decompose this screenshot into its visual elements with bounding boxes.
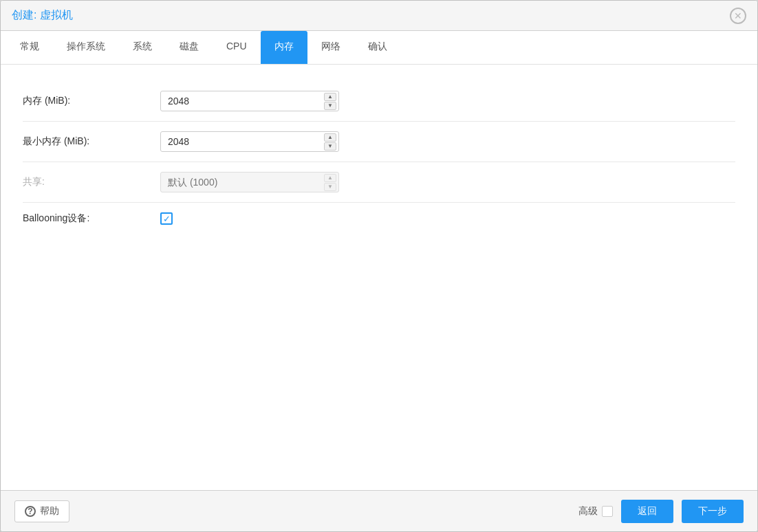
footer-right: 高级 返回 下一步 (578, 500, 744, 523)
memory-arrows: ▲ ▼ (324, 93, 336, 110)
min-memory-input[interactable] (160, 131, 339, 152)
min-memory-up-button[interactable]: ▲ (324, 133, 336, 142)
arrow-up-icon2: ▲ (327, 134, 333, 140)
footer-left: ? 帮助 (14, 500, 69, 522)
min-memory-row: 最小内存 (MiB): ▲ ▼ (23, 122, 735, 162)
close-button[interactable]: ✕ (730, 8, 746, 24)
ballooning-checkbox-area: ✓ (160, 212, 173, 225)
content-area: 内存 (MiB): ▲ ▼ 最小内存 (MiB): (1, 65, 757, 490)
ballooning-row: Ballooning设备: ✓ (23, 203, 735, 234)
arrow-down-icon: ▼ (327, 102, 333, 109)
memory-up-button[interactable]: ▲ (324, 93, 336, 101)
memory-row: 内存 (MiB): ▲ ▼ (23, 81, 735, 122)
title-bar: 创建: 虚拟机 ✕ (1, 1, 757, 31)
shares-input[interactable] (160, 172, 339, 192)
memory-down-button[interactable]: ▼ (324, 102, 336, 110)
min-memory-arrows: ▲ ▼ (324, 133, 336, 151)
advanced-label: 高级 (578, 505, 598, 518)
tab-cpu[interactable]: CPU (213, 31, 261, 64)
footer: ? 帮助 高级 返回 下一步 (1, 490, 757, 531)
arrow-up-icon: ▲ (327, 93, 333, 100)
dialog-title: 创建: 虚拟机 (12, 8, 73, 23)
tab-os[interactable]: 操作系统 (53, 31, 119, 64)
tab-bar: 常规 操作系统 系统 磁盘 CPU 内存 网络 确认 (1, 31, 757, 65)
memory-spinner: ▲ ▼ (160, 91, 339, 111)
ballooning-checkbox[interactable]: ✓ (160, 212, 173, 225)
min-memory-label: 最小内存 (MiB): (23, 135, 160, 148)
shares-down-button[interactable]: ▼ (324, 183, 336, 191)
advanced-checkbox[interactable] (602, 506, 613, 517)
tab-network[interactable]: 网络 (307, 31, 354, 64)
arrow-down-icon3: ▼ (327, 184, 333, 190)
arrow-up-icon3: ▲ (327, 175, 333, 181)
shares-up-button[interactable]: ▲ (324, 174, 336, 182)
tab-memory[interactable]: 内存 (261, 31, 307, 64)
create-vm-dialog: 创建: 虚拟机 ✕ 常规 操作系统 系统 磁盘 CPU 内存 网络 确认 内存 … (0, 0, 758, 532)
min-memory-spinner: ▲ ▼ (160, 131, 339, 152)
memory-label: 内存 (MiB): (23, 95, 160, 107)
help-icon: ? (25, 506, 36, 517)
tab-system[interactable]: 系统 (119, 31, 166, 64)
tab-general[interactable]: 常规 (6, 31, 53, 64)
close-icon: ✕ (734, 11, 742, 21)
back-button[interactable]: 返回 (621, 500, 673, 523)
advanced-area: 高级 (578, 505, 613, 518)
help-label: 帮助 (40, 505, 59, 518)
shares-spinner: ▲ ▼ (160, 172, 339, 192)
ballooning-checkmark: ✓ (163, 214, 171, 223)
ballooning-label: Ballooning设备: (23, 212, 160, 225)
tab-disk[interactable]: 磁盘 (166, 31, 213, 64)
shares-label: 共享: (23, 176, 160, 188)
min-memory-down-button[interactable]: ▼ (324, 142, 336, 151)
help-button[interactable]: ? 帮助 (14, 500, 69, 522)
arrow-down-icon2: ▼ (327, 143, 333, 149)
shares-arrows: ▲ ▼ (324, 174, 336, 191)
memory-input[interactable] (160, 91, 339, 111)
shares-row: 共享: ▲ ▼ (23, 162, 735, 203)
tab-confirm[interactable]: 确认 (354, 31, 401, 64)
next-button[interactable]: 下一步 (682, 500, 744, 523)
